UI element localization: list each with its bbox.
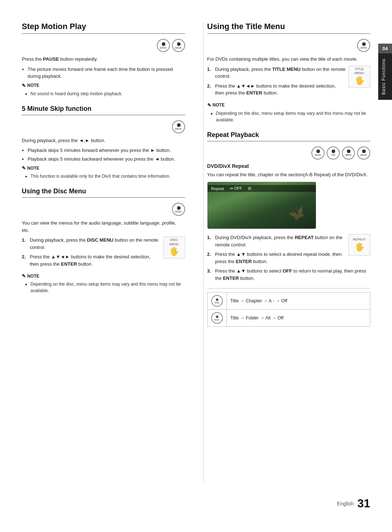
disc-menu-label: DISC MENU (169, 238, 179, 246)
mp3-icon-badge: ⏺ MP3 (342, 146, 355, 160)
dvd-divx-repeat-subsection: DVD/DivX Repeat You can repeat the title… (207, 163, 371, 327)
five-minute-intro: During playback, press the ◄,► button. (22, 137, 185, 144)
step-motion-play-icons: ⏺ DVD ⏺ DivX (22, 39, 185, 52)
repeat-table-row-1: ⏺ DVD Title → Chapter → A - → Off (207, 293, 370, 310)
repeat-table-row-2-text: Title → Folder → All → Off (226, 310, 370, 327)
content-area: Step Motion Play ⏺ DVD ⏺ DivX Press the … (22, 22, 370, 510)
dvd-screen-bar: Repeat ⇔ OFF ⊟ (208, 185, 316, 192)
divx-icon-badge: ⏺ DivX (172, 39, 185, 52)
disc-menu-section: Using the Disc Menu ⏺ DVD You can view t… (22, 188, 185, 294)
divx-icon-badge-2: ⏺ DivX (172, 120, 185, 133)
repeat-label: REPEAT (353, 238, 366, 241)
repeat-icon-img: REPEAT 🖐 (348, 234, 370, 256)
repeat-table-row-1-text: Title → Chapter → A - → Off (226, 293, 370, 310)
screen-bar-repeat: Repeat (211, 186, 224, 191)
page-footer: English 31 (22, 493, 370, 510)
repeat-table-divider (207, 288, 371, 289)
five-minute-bullet-1: Playback skips 5 minutes forward wheneve… (28, 147, 185, 154)
step-motion-play-title: Step Motion Play (22, 22, 185, 34)
five-minute-skip-section: 5 Minute Skip function ⏺ DivX During pla… (22, 105, 185, 180)
repeat-table-row-2-icon: ⏺ DivX (207, 310, 226, 327)
repeat-steps: 1. During DVD/DivX playback, press the R… (207, 234, 371, 282)
repeat-playback-icon-row: ⏺ DVD ⏺ CD ⏺ MP3 ⏺ DivX (207, 146, 371, 160)
disc-menu-icon-row: ⏺ DVD (22, 203, 185, 216)
repeat-playback-title: Repeat Playback (207, 131, 371, 141)
title-menu-icon-img: TITLE MENU 🖐 (348, 66, 370, 88)
dvd-divx-repeat-subtitle: DVD/DivX Repeat (207, 163, 371, 169)
repeat-step-1: 1. During DVD/DivX playback, press the R… (207, 234, 346, 248)
disc-menu-step-2: 2. Press the ▲▼◄► buttons to make the de… (22, 253, 160, 267)
note-icon-3: ✎ (22, 273, 26, 279)
five-minute-bullets: Playback skips 5 minutes forward wheneve… (28, 147, 185, 162)
divx-icon-badge-3: ⏺ DivX (357, 146, 370, 160)
dvd-divx-repeat-intro: You can repeat the title, chapter or the… (207, 171, 371, 178)
step-motion-bullet-1: The picture moves forward one frame each… (28, 66, 185, 80)
five-minute-bullet-2: Playback skips 5 minutes backward whenev… (28, 156, 185, 163)
step-motion-note: ✎ NOTE No sound is heard during step mot… (22, 83, 185, 97)
title-menu-icon-row: ⏺ DVD (207, 39, 371, 52)
disc-menu-steps: 1. During playback, press the DISC MENU … (22, 237, 185, 267)
five-minute-note: ✎ NOTE This function is available only f… (22, 165, 185, 180)
butterfly-decoration: 🦋 (287, 204, 306, 223)
note-label-2: NOTE (27, 166, 39, 171)
note-icon-4: ✎ (207, 102, 211, 108)
title-menu-label: TITLE MENU (355, 67, 364, 75)
disc-menu-step-1: 1. During playback, press the DISC MENU … (22, 237, 160, 251)
step-motion-play-section: Step Motion Play ⏺ DVD ⏺ DivX Press the … (22, 22, 185, 97)
repeat-table-row-1-icon: ⏺ DVD (207, 293, 226, 310)
title-menu-steps-wrapper: TITLE MENU 🖐 1. During playback, press t… (207, 66, 371, 100)
step-motion-bullets: The picture moves forward one frame each… (28, 66, 185, 80)
note-label-4: NOTE (213, 102, 225, 108)
note-icon-2: ✎ (22, 165, 26, 171)
page-language: English (337, 501, 354, 507)
disc-menu-intro: You can view the menus for the audio lan… (22, 219, 185, 234)
dvd-video-icon: ⏺ DVD (211, 295, 223, 307)
disc-menu-steps-wrapper: DISC MENU 🖐 1. During playback, press th… (22, 237, 185, 270)
title-menu-note-1: Depending on the disc, menu setup items … (216, 110, 371, 123)
dvd-icon-badge-2: ⏺ DVD (172, 203, 185, 216)
screen-bar-icon: ⊟ (248, 186, 251, 191)
disc-menu-note: ✎ NOTE Depending on the disc, menu setup… (22, 273, 185, 294)
title-menu-title: Using the Title Menu (207, 22, 371, 34)
right-column: Using the Title Menu ⏺ DVD For DVDs cont… (203, 22, 371, 482)
repeat-step-2: 2. Press the ▲▼ buttons to select a desi… (207, 251, 346, 265)
dvd-icon-badge: ⏺ DVD (157, 39, 170, 52)
disc-menu-note-1: Depending on the disc, menu setup items … (30, 281, 185, 294)
repeat-playback-section: Repeat Playback ⏺ DVD ⏺ CD ⏺ MP3 (207, 131, 371, 327)
title-menu-step-2: 2. Press the ▲▼◄► buttons to make the de… (207, 82, 346, 97)
note-label-1: NOTE (27, 83, 39, 88)
disc-menu-title: Using the Disc Menu (22, 188, 185, 198)
dvd-icon-badge-3: ⏺ DVD (357, 39, 370, 52)
page-number: 31 (357, 497, 370, 510)
title-menu-intro: For DVDs containing multiple titles, you… (207, 56, 371, 63)
dvd-icon-badge-4: ⏺ DVD (311, 146, 324, 160)
repeat-step-3: 3. Press the ▲▼ buttons to select OFF to… (207, 267, 371, 282)
title-menu-step-1: 1. During playback, press the TITLE MENU… (207, 66, 346, 80)
title-menu-section: Using the Title Menu ⏺ DVD For DVDs cont… (207, 22, 371, 123)
cd-icon-badge: ⏺ CD (327, 146, 340, 160)
disc-menu-icon-img: DISC MENU 🖐 (163, 237, 185, 258)
repeat-steps-wrapper: REPEAT 🖐 1. During DVD/DivX playback, pr… (207, 234, 371, 285)
step-motion-intro: Press the PAUSE button repeatedly. (22, 56, 185, 63)
five-minute-icon-row: ⏺ DivX (22, 120, 185, 133)
left-column: Step Motion Play ⏺ DVD ⏺ DivX Press the … (22, 22, 189, 482)
title-menu-note: ✎ NOTE Depending on the disc, menu setup… (207, 102, 371, 123)
five-minute-skip-title: 5 Minute Skip function (22, 105, 185, 115)
five-minute-note-1: This function is available only for the … (30, 173, 185, 180)
note-icon-1: ✎ (22, 83, 26, 88)
note-label-3: NOTE (27, 274, 39, 279)
divx-icon-table: ⏺ DivX (211, 312, 223, 324)
title-menu-steps: 1. During playback, press the TITLE MENU… (207, 66, 371, 97)
two-column-layout: Step Motion Play ⏺ DVD ⏺ DivX Press the … (22, 22, 370, 482)
step-motion-note-1: No sound is heard during step motion pla… (30, 90, 185, 97)
repeat-table-row-2: ⏺ DivX Title → Folder → All → Off (207, 310, 370, 327)
dvd-screen-image: Repeat ⇔ OFF ⊟ 🦋 (207, 182, 316, 229)
repeat-table: ⏺ DVD Title → Chapter → A - → Off (207, 292, 371, 327)
screen-bar-off: ⇔ OFF (230, 186, 242, 191)
